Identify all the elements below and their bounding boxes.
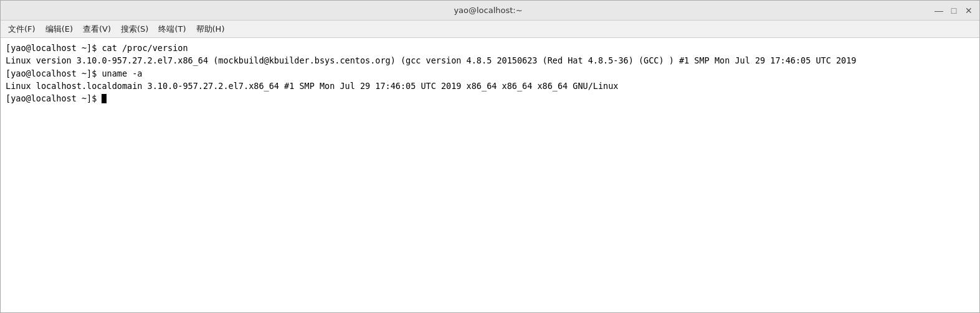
title-bar: yao@localhost:~ — □ ✕ [1, 1, 979, 21]
terminal-line: Linux localhost.localdomain 3.10.0-957.2… [6, 80, 974, 92]
menu-search[interactable]: 搜索(S) [116, 22, 153, 37]
terminal-line: [yao@localhost ~]$ uname -a [6, 67, 974, 80]
terminal-line: Linux version 3.10.0-957.27.2.el7.x86_64… [6, 54, 974, 67]
window-controls: — □ ✕ [933, 5, 974, 16]
menu-view[interactable]: 查看(V) [78, 22, 116, 37]
menu-bar: 文件(F) 编辑(E) 查看(V) 搜索(S) 终端(T) 帮助(H) [1, 21, 979, 38]
menu-help[interactable]: 帮助(H) [191, 22, 230, 37]
terminal-window: yao@localhost:~ — □ ✕ 文件(F) 编辑(E) 查看(V) … [0, 0, 980, 313]
menu-file[interactable]: 文件(F) [3, 22, 40, 37]
close-button[interactable]: ✕ [963, 5, 974, 16]
menu-terminal[interactable]: 终端(T) [153, 22, 191, 37]
menu-edit[interactable]: 编辑(E) [40, 22, 78, 37]
terminal-cursor [102, 94, 107, 103]
maximize-button[interactable]: □ [948, 5, 959, 16]
terminal-line: [yao@localhost ~]$ [6, 92, 974, 105]
terminal-body[interactable]: [yao@localhost ~]$ cat /proc/versionLinu… [1, 38, 979, 312]
terminal-line: [yao@localhost ~]$ cat /proc/version [6, 42, 974, 54]
window-title: yao@localhost:~ [43, 6, 933, 15]
minimize-button[interactable]: — [933, 5, 944, 16]
